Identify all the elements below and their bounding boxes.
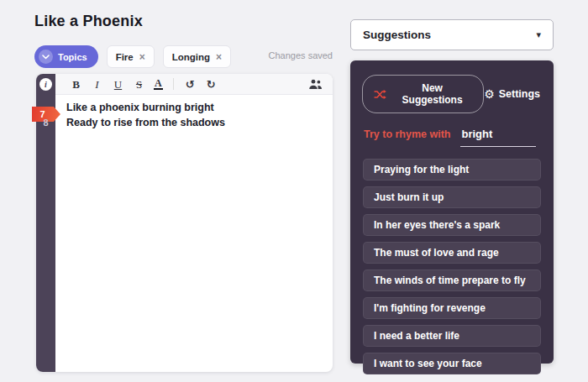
suggestion-item[interactable]: I need a better life — [363, 325, 541, 347]
rhyme-word-input[interactable]: bright — [460, 128, 536, 147]
settings-label: Settings — [499, 88, 540, 100]
settings-button[interactable]: ⚙ Settings — [484, 88, 540, 100]
changes-saved-status: Changes saved — [34, 50, 333, 60]
song-title: Like a Phoenix — [34, 13, 143, 30]
suggestions-panel-header: New Suggestions ⚙ Settings — [350, 60, 554, 113]
line-number: 8 — [36, 118, 55, 128]
redo-button[interactable]: ↻ — [201, 79, 222, 90]
editor-toolbar: B I U S A ↺ ↻ — [55, 74, 333, 95]
lyrics-editor[interactable]: i B I U S A ↺ ↻ 7 — [36, 74, 333, 372]
underline-button[interactable]: U — [108, 79, 129, 90]
rhyme-label: Try to rhyme with — [364, 128, 451, 140]
suggestion-text: Praying for the light — [374, 164, 469, 175]
suggestion-item[interactable]: Praying for the light — [363, 159, 541, 181]
suggestion-text: I need a better life — [374, 330, 459, 342]
text-color-button[interactable]: A — [154, 78, 163, 90]
italic-button[interactable]: I — [87, 79, 108, 90]
info-icon[interactable]: i — [39, 78, 52, 91]
suggestion-text: The winds of time prepare to fly — [374, 275, 526, 286]
suggestions-dropdown-label: Suggestions — [363, 29, 431, 41]
rhyme-row: Try to rhyme with bright — [350, 113, 554, 147]
lyric-text[interactable]: Like a phoenix burning bright — [55, 102, 214, 113]
suggestion-item[interactable]: The winds of time prepare to fly — [363, 269, 541, 291]
suggestion-text: Just burn it up — [374, 191, 444, 203]
suggestion-list: Praying for the light Just burn it up In… — [350, 147, 554, 374]
caret-down-icon: ▾ — [536, 29, 541, 40]
suggestion-item[interactable]: I'm fighting for revenge — [363, 297, 541, 319]
editor-content[interactable]: 7 Like a phoenix burning bright 8 Ready … — [36, 100, 333, 130]
suggestion-text: I'm fighting for revenge — [374, 302, 486, 314]
suggestion-text: I want to see your face — [374, 358, 482, 369]
new-suggestions-button[interactable]: New Suggestions — [362, 75, 484, 113]
suggestions-panel: New Suggestions ⚙ Settings Try to rhyme … — [350, 60, 554, 364]
suggestion-item[interactable]: The must of love and rage — [363, 242, 541, 264]
suggestion-text: The must of love and rage — [374, 247, 499, 259]
lyric-text[interactable]: Ready to rise from the shadows — [55, 117, 225, 128]
lyric-line[interactable]: 7 Like a phoenix burning bright — [36, 100, 333, 115]
toolbar-divider — [173, 78, 174, 90]
suggestion-item[interactable]: I want to see your face — [363, 353, 541, 374]
collaborators-icon[interactable] — [308, 79, 323, 90]
undo-button[interactable]: ↺ — [180, 79, 201, 90]
gear-icon: ⚙ — [484, 88, 495, 100]
lyric-line[interactable]: 8 Ready to rise from the shadows — [36, 115, 333, 130]
app-window: Like a Phoenix Topics Fire × Longing × C… — [0, 0, 588, 382]
new-suggestions-label: New Suggestions — [392, 82, 472, 106]
suggestion-text: In her eyes there's a spark — [374, 219, 500, 231]
bold-button[interactable]: B — [66, 79, 87, 90]
suggestion-item[interactable]: In her eyes there's a spark — [363, 214, 541, 236]
suggestion-item[interactable]: Just burn it up — [363, 186, 541, 208]
strikethrough-button[interactable]: S — [129, 79, 150, 90]
shuffle-icon — [374, 90, 386, 99]
suggestions-dropdown[interactable]: Suggestions ▾ — [350, 19, 554, 50]
